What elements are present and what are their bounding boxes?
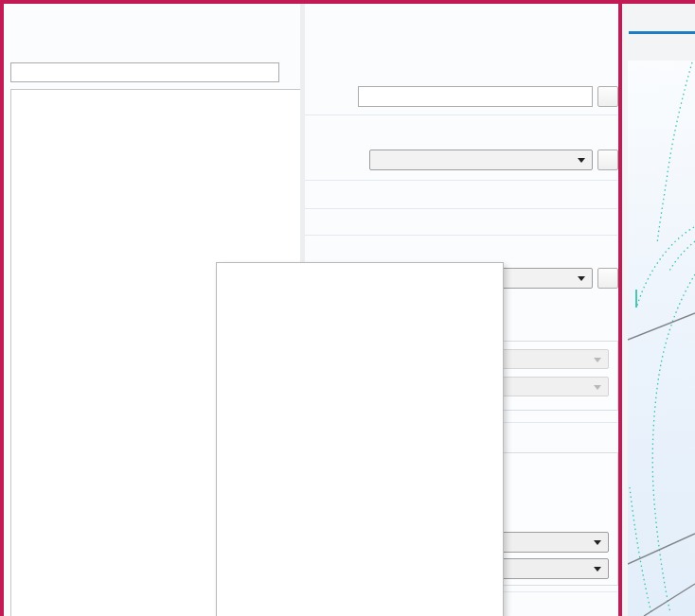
separator: [305, 235, 617, 236]
context-menu: [216, 262, 504, 616]
comsol-window: [0, 0, 695, 616]
plot-preview: [628, 61, 695, 616]
plot-icon: [312, 60, 330, 73]
window-border-top: [0, 0, 695, 4]
chevron-down-icon: [578, 158, 585, 163]
plot-button[interactable]: [312, 58, 335, 75]
window-border-left: [0, 0, 4, 616]
dataset-select[interactable]: [369, 150, 593, 170]
graphics-panel: [622, 4, 695, 616]
chevron-down-icon: [594, 540, 601, 545]
separator: [305, 114, 617, 115]
chevron-down-icon: [594, 358, 601, 362]
separator: [305, 180, 617, 181]
graphics-canvas[interactable]: [628, 61, 695, 616]
label-message-button[interactable]: [597, 86, 618, 107]
chevron-down-icon[interactable]: [314, 127, 324, 136]
tab-underline: [629, 31, 695, 34]
panel-divider-accent: [618, 0, 622, 616]
view-sync-button[interactable]: [597, 268, 618, 289]
filter-input[interactable]: [10, 62, 279, 82]
chevron-right-icon[interactable]: [316, 190, 326, 200]
chevron-down-icon: [578, 276, 585, 281]
chevron-down-icon: [594, 385, 601, 390]
refresh-icon[interactable]: [280, 62, 297, 79]
dataset-sync-button[interactable]: [597, 150, 618, 170]
chevron-down-icon[interactable]: [314, 245, 324, 255]
chevron-right-icon[interactable]: [316, 219, 326, 228]
chevron-down-icon: [594, 567, 601, 572]
label-input[interactable]: [358, 86, 593, 107]
separator: [305, 208, 617, 209]
